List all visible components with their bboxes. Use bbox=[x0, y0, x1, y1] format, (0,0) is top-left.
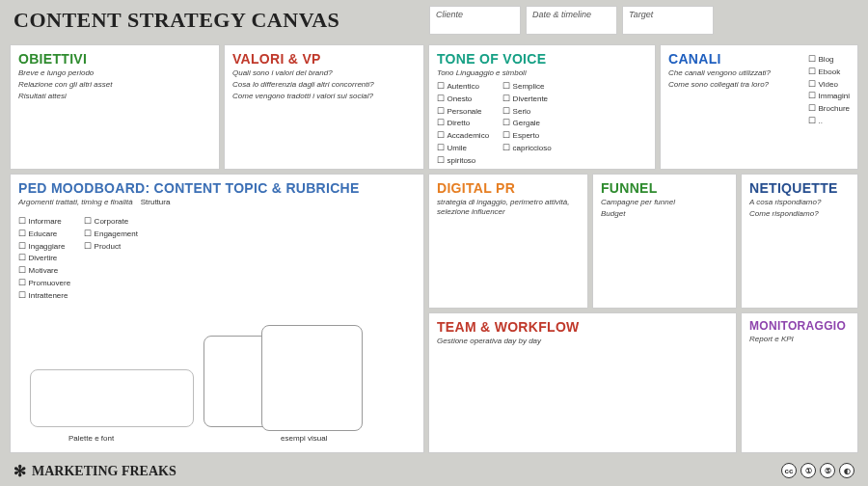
box-obiettivi: OBIETTIVI Breve e lungo periodo Relazion… bbox=[10, 44, 220, 170]
funnel-title: FUNNEL bbox=[601, 180, 728, 196]
box-valori: VALORI & VP Quali sono i valori del bran… bbox=[224, 44, 424, 170]
box-tone: TONE OF VOICE Tono Linguaggio e simboli … bbox=[428, 44, 656, 170]
tone-col-a: AutenticoOnestoPersonale DirettoAccademi… bbox=[437, 80, 489, 167]
field-date-timeline[interactable]: Date & timeline bbox=[526, 6, 617, 35]
palette-label: Palette e font bbox=[68, 434, 114, 443]
ped-col-a: InformareEducareIngaggiare DivertireMoti… bbox=[18, 215, 70, 302]
visual-swatch-2 bbox=[261, 325, 363, 431]
field-cliente[interactable]: Cliente bbox=[429, 6, 521, 35]
canali-list: BlogEbookVideo ImmaginiBrochure.. bbox=[808, 51, 850, 127]
box-ped-moodboard: PED MOODBOARD: CONTENT TOPIC & RUBRICHE … bbox=[10, 174, 424, 453]
box-netiquette: NETIQUETTE A cosa rispondiamo? Come risp… bbox=[741, 174, 858, 309]
box-funnel: FUNNEL Campagne per funnel Budget bbox=[592, 174, 737, 309]
tone-col-b: SempliceDivertenteSerio GergaleEspertoca… bbox=[502, 80, 552, 167]
ped-col-b: CorporateEngagementProduct bbox=[84, 215, 138, 302]
cc-icon: cc bbox=[781, 463, 797, 478]
obiettivi-title: OBIETTIVI bbox=[18, 51, 211, 67]
sa-icon: ⑤ bbox=[820, 463, 835, 478]
box-monitoraggio: MONITORAGGIO Report e KPI bbox=[741, 312, 858, 453]
page-title: CONTENT STRATEGY CANVAS bbox=[14, 8, 339, 33]
brand-logo: ✻ MARKETING FREAKS bbox=[14, 462, 176, 480]
tone-title: TONE OF VOICE bbox=[437, 51, 647, 67]
box-canali: CANALI Che canali vengono utilizzati? Co… bbox=[660, 44, 858, 170]
nc-icon: ◐ bbox=[839, 463, 854, 478]
pr-title: DIGITAL PR bbox=[437, 180, 580, 196]
logo-icon: ✻ bbox=[14, 462, 26, 480]
valori-title: VALORI & VP bbox=[232, 51, 416, 67]
monitor-title: MONITORAGGIO bbox=[749, 319, 850, 333]
box-digital-pr: DIGITAL PR strategia di ingaggio, perime… bbox=[428, 174, 588, 309]
canvas-root: CONTENT STRATEGY CANVAS Cliente Date & t… bbox=[0, 0, 868, 486]
canali-title: CANALI bbox=[668, 51, 799, 67]
ped-title: PED MOODBOARD: CONTENT TOPIC & RUBRICHE bbox=[18, 180, 416, 196]
field-target[interactable]: Target bbox=[622, 6, 714, 35]
palette-swatch bbox=[30, 369, 194, 427]
netiquette-title: NETIQUETTE bbox=[749, 180, 850, 196]
esempi-label: esempi visual bbox=[281, 434, 327, 443]
by-icon: ① bbox=[800, 463, 816, 478]
box-team-workflow: TEAM & WORKFLOW Gestione operativa day b… bbox=[428, 312, 737, 453]
team-title: TEAM & WORKFLOW bbox=[437, 319, 728, 335]
license-icons: cc ① ⑤ ◐ bbox=[781, 463, 854, 478]
